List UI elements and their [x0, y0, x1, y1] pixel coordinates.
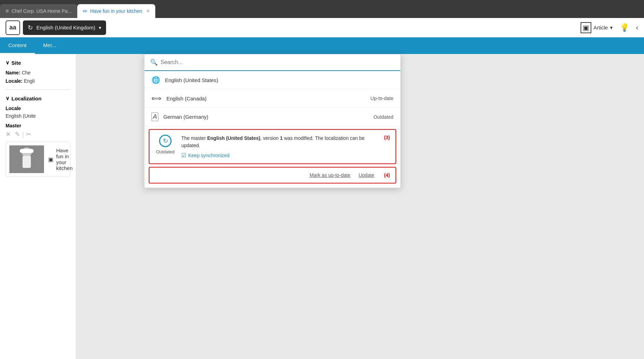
- localization-section: Locale English (Unite Master ✕ ✎ | ✂: [6, 106, 70, 138]
- info-message: The master English (United States), vers…: [181, 135, 377, 149]
- tab-icon-kitchen: ✏: [83, 8, 87, 15]
- badge-4: (4): [384, 172, 390, 178]
- mark-up-to-date-button[interactable]: Mark as up-to-date: [310, 172, 350, 178]
- name-field: Name: Che: [6, 70, 70, 75]
- article-card: ▣ Have fun in your kitchen: [6, 142, 70, 177]
- search-icon: 🔍: [150, 59, 158, 66]
- close-tab-button[interactable]: ✕: [146, 9, 150, 14]
- locale-label: Locale: [6, 106, 70, 111]
- locale-value: English (Unite: [6, 113, 70, 119]
- back-icon[interactable]: ‹: [636, 23, 638, 32]
- tab-icon-chef: ≡: [6, 8, 9, 14]
- content-nav-tabs: Content Met...: [0, 37, 644, 54]
- svg-rect-2: [23, 156, 31, 168]
- badge-3: (3): [384, 135, 390, 140]
- cancel-icon[interactable]: ✕: [6, 131, 11, 138]
- article-type-button[interactable]: ▣ Article ▾: [581, 22, 613, 33]
- info-left: ↻ Outdated: [155, 135, 176, 154]
- article-chevron-icon: ▾: [610, 25, 613, 31]
- thumbnail-image: [9, 145, 44, 173]
- search-row: 🔍: [145, 54, 400, 71]
- svg-rect-3: [20, 149, 34, 153]
- lang-option-en-us[interactable]: 🌐 English (United States): [145, 71, 400, 89]
- actions-panel: Mark as up-to-date Update (4): [149, 167, 396, 183]
- info-content: The master English (United States), vers…: [181, 135, 377, 159]
- toolbar-left: aa ↻ English (United Kingdom) ▾: [6, 20, 106, 35]
- action-icons: ✕ ✎ | ✂: [6, 131, 70, 138]
- localization-arrow-icon: ∨: [6, 95, 9, 101]
- refresh-circle-icon: ↻: [159, 135, 172, 147]
- refresh-icon: ↻: [28, 24, 33, 32]
- article-icon: ▣: [581, 22, 591, 33]
- article-title: Have fun in your kitchen: [56, 147, 73, 171]
- divider: [6, 89, 70, 90]
- font-size-icon: aa: [6, 20, 20, 35]
- arrows-icon: ⟺: [151, 94, 162, 102]
- master-label: Master: [6, 123, 70, 128]
- lang-option-de-de[interactable]: A German (Germany) Outdated: [145, 108, 400, 126]
- sidebar: ∨ Site Name: Che Locale: Engli ∨ Localiz…: [0, 54, 76, 359]
- article-thumbnail: [9, 145, 44, 173]
- tab-meta[interactable]: Met...: [35, 37, 65, 54]
- outdated-label: Outdated: [156, 149, 175, 154]
- site-arrow-icon: ∨: [6, 60, 9, 66]
- locale-field-site: Locale: Engli: [6, 78, 70, 84]
- globe-icon: 🌐: [151, 76, 160, 84]
- checkbox-icon: ☑: [181, 152, 186, 159]
- localization-section-header[interactable]: ∨ Localization: [6, 95, 70, 101]
- update-button[interactable]: Update: [359, 172, 374, 178]
- right-content: 🔍 🌐 English (United States) ⟺ English (C…: [76, 54, 644, 359]
- browser-tabs-bar: ≡ Chef Corp. USA Home Pa... ✏ Have fun i…: [0, 0, 644, 18]
- edit-icon[interactable]: ✎: [15, 131, 20, 138]
- en-ca-status: Up-to-date: [371, 96, 393, 101]
- tab-kitchen[interactable]: ✏ Have fun in your kitchen ✕: [77, 4, 155, 18]
- info-panel: ↻ Outdated The master English (United St…: [149, 129, 396, 164]
- site-section-header[interactable]: ∨ Site: [6, 60, 70, 66]
- lang-option-en-ca[interactable]: ⟺ English (Canada) Up-to-date: [145, 89, 400, 108]
- chevron-down-icon: ▾: [99, 25, 101, 30]
- tab-chef-corp[interactable]: ≡ Chef Corp. USA Home Pa...: [0, 4, 77, 18]
- tab-label-chef: Chef Corp. USA Home Pa...: [11, 8, 72, 14]
- main-content: ∨ Site Name: Che Locale: Engli ∨ Localiz…: [0, 54, 644, 359]
- lightbulb-icon[interactable]: 💡: [620, 23, 629, 32]
- article-title-row: ▣ Have fun in your kitchen: [48, 147, 73, 171]
- language-dropdown-overlay: 🔍 🌐 English (United States) ⟺ English (C…: [144, 54, 401, 188]
- language-label: English (United Kingdom): [36, 25, 95, 30]
- tab-content[interactable]: Content: [0, 37, 35, 54]
- translate-icon: A: [151, 113, 158, 121]
- de-de-status: Outdated: [373, 114, 393, 120]
- tab-label-kitchen: Have fun in your kitchen: [90, 8, 142, 14]
- article-label: Article: [593, 25, 608, 30]
- toolbar: aa ↻ English (United Kingdom) ▾ ▣ Articl…: [0, 18, 644, 37]
- article-type-icon: ▣: [48, 156, 53, 163]
- language-dropdown-button[interactable]: ↻ English (United Kingdom) ▾: [23, 20, 106, 35]
- toolbar-right: ▣ Article ▾ 💡 ‹: [581, 22, 638, 33]
- keep-synchronized-button[interactable]: ☑ Keep synchronized: [181, 152, 377, 159]
- cut-icon[interactable]: ✂: [26, 131, 31, 138]
- language-search-input[interactable]: [160, 59, 395, 65]
